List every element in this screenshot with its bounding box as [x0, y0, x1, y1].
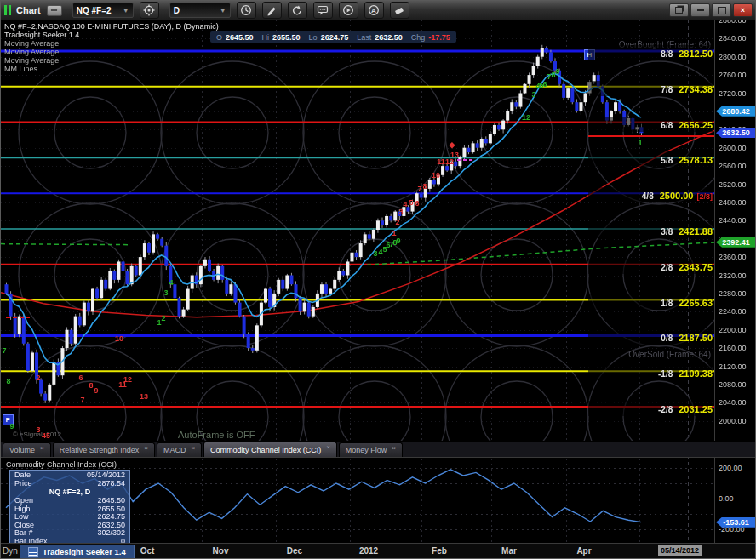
price-badge: 2680.42	[716, 106, 756, 117]
study-label[interactable]: Tradesight Seeker 1.4	[4, 31, 219, 39]
tab-label: MACD	[163, 446, 186, 454]
autoframe-label: AutoFrame is OFF	[178, 430, 255, 440]
databox-row: Price2878.54	[10, 480, 129, 488]
quote-label: Lo	[309, 33, 318, 42]
signal-count-label: 3	[163, 289, 168, 297]
close-icon[interactable]: ×	[392, 444, 396, 452]
signal-count-label: 12	[522, 114, 530, 122]
symbol-value: NQ #F=2	[77, 6, 112, 15]
price-tick: 2880.00	[719, 20, 747, 25]
maximize-icon	[718, 7, 726, 14]
minimize-button[interactable]	[690, 3, 710, 17]
redo-icon	[291, 4, 303, 16]
quote-note-icon	[317, 4, 329, 16]
study-label[interactable]: Moving Average	[4, 39, 219, 48]
maximize-button[interactable]	[712, 3, 731, 17]
signal-count-label: 2	[36, 374, 40, 382]
signal-count-label: 10	[432, 172, 440, 180]
close-icon[interactable]: ×	[144, 444, 148, 452]
current-date-badge: 05/14/2012	[658, 545, 702, 556]
signal-count-label: 13	[450, 151, 459, 159]
symbol-settings-button[interactable]	[140, 2, 159, 19]
tab-label: Commodity Channel Index (CCI)	[210, 446, 321, 454]
signal-count-label: 6	[415, 200, 419, 208]
window-badge-icon	[47, 5, 62, 16]
indicator-axis[interactable]: 200.000.00-200.00-153.61	[714, 458, 756, 543]
signal-count-label: 7	[80, 396, 84, 404]
redo-button[interactable]	[288, 2, 307, 19]
price-tick: 2760.00	[719, 71, 747, 79]
tab-commodity-channel-index-cci-[interactable]: Commodity Channel Index (CCI)×	[203, 442, 337, 457]
tab-macd[interactable]: MACD×	[157, 442, 202, 457]
eraser-button[interactable]	[390, 2, 410, 19]
symbol-settings-icon	[143, 4, 155, 16]
price-tick: 2120.00	[719, 363, 747, 371]
quote-bar: O2645.50Hi2655.50Lo2624.75Last2632.50Chg…	[210, 31, 456, 43]
price-tick: 2560.00	[719, 163, 747, 170]
quote-label: O	[216, 33, 222, 42]
close-icon[interactable]: ×	[326, 443, 330, 451]
window-controls: ×	[669, 3, 753, 17]
signal-count-label: 9	[9, 423, 14, 431]
signal-count-label: 6	[542, 81, 547, 88]
symbol-description: NQ #F=2,NASDAQ 100 E-MINI FUTURES (DAY),…	[4, 22, 219, 31]
auto-scale-button[interactable]: A	[364, 2, 384, 19]
study-label[interactable]: MM Lines	[4, 65, 219, 73]
signal-count-label: 1	[638, 140, 642, 147]
study-label[interactable]: Moving Average	[4, 48, 219, 56]
signal-count-label: 7	[2, 347, 6, 355]
time-tick: 2012	[359, 546, 378, 556]
quote-note-button[interactable]	[313, 2, 333, 19]
interval-value: D	[174, 6, 180, 15]
window-titlebar[interactable]: Chart NQ #F=2 ▼ D ▼ A ×	[1, 1, 755, 20]
indicator-tick: 0.00	[719, 495, 734, 503]
quote-label: Hi	[262, 33, 270, 42]
page-tab[interactable]: Tradesight Seeker 1.4	[20, 545, 135, 559]
indicator-tick: 200.00	[719, 465, 742, 472]
mm-level-label: 2/82343.75	[588, 259, 713, 274]
draw-pencil-icon	[266, 4, 278, 16]
draw-pencil-button[interactable]	[262, 2, 282, 19]
price-tick: 2000.00	[719, 418, 747, 425]
tab-volume[interactable]: Volume×	[3, 442, 51, 457]
symbol-combo[interactable]: NQ #F=2 ▼	[72, 3, 134, 18]
signal-count-label: 6	[78, 374, 83, 382]
mm-level-label: 5/82578.13	[588, 151, 713, 167]
signal-count-label: 8	[422, 183, 427, 191]
study-legend: NQ #F=2,NASDAQ 100 E-MINI FUTURES (DAY),…	[4, 22, 219, 73]
page-tab-label: Tradesight Seeker 1.4	[43, 547, 126, 556]
close-button[interactable]: ×	[733, 3, 753, 17]
signal-count-label: 45	[42, 432, 50, 440]
close-icon[interactable]: ×	[191, 444, 195, 452]
price-tick: 2200.00	[719, 327, 747, 334]
time-axis[interactable]: Dyn Tradesight Seeker 1.4 05/14/2012 Oct…	[1, 543, 756, 559]
interval-clock-icon	[240, 4, 252, 16]
price-tick: 2160.00	[719, 345, 747, 352]
signal-count-label: 3	[531, 91, 536, 99]
quote-label: Chg	[411, 33, 426, 42]
interval-combo[interactable]: D ▼	[169, 3, 231, 18]
close-icon[interactable]: ×	[40, 444, 44, 452]
indicator-title: Commodity Channel Index (CCI)	[6, 460, 117, 469]
price-axis[interactable]: 2880.002840.002800.002760.002720.002680.…	[714, 20, 756, 441]
restore-button[interactable]	[669, 3, 689, 17]
mm-level-label: 6/82656.25	[588, 117, 713, 132]
mm-level-label: 0/82187.50	[588, 329, 713, 345]
quote-value: 2632.50	[375, 33, 403, 42]
tab-money-flow[interactable]: Money Flow×	[339, 442, 403, 457]
signal-count-label: 11	[437, 158, 445, 166]
study-label[interactable]: Moving Average	[4, 56, 219, 65]
signal-count-label: 4	[403, 201, 407, 208]
quote-value: 2624.75	[321, 33, 349, 42]
price-tick: 2040.00	[719, 399, 747, 407]
tab-relative-strength-index[interactable]: Relative Strength Index×	[53, 442, 155, 457]
play-forward-button[interactable]	[339, 2, 358, 19]
interval-clock-button[interactable]	[237, 2, 256, 19]
signal-count-label: 4	[169, 279, 173, 287]
signal-count-label: 10	[115, 335, 123, 343]
signal-count-label: 9	[94, 387, 98, 395]
indicator-tabbar: Volume×Relative Strength Index×MACD×Comm…	[1, 442, 756, 458]
chevron-down-icon: ▼	[220, 7, 226, 14]
restore-icon	[675, 7, 683, 14]
signal-count-label: 7	[417, 185, 421, 193]
